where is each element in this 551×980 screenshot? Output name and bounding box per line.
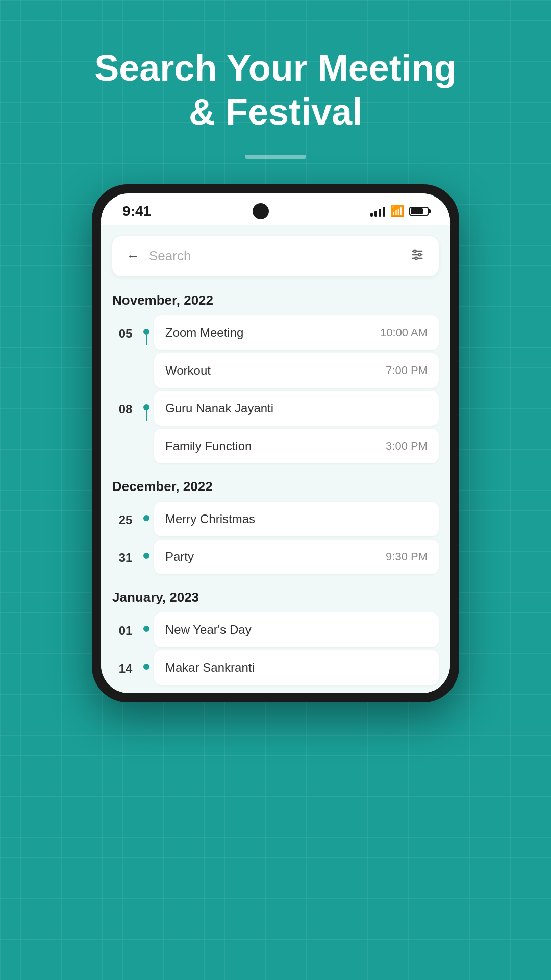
event-card[interactable]: Family Function3:00 PM [154, 429, 439, 463]
timeline-marker [139, 391, 154, 421]
timeline-marker [139, 540, 154, 559]
back-button[interactable]: ← [127, 248, 140, 264]
day-events: New Year's Day [154, 612, 439, 647]
svg-point-4 [418, 253, 421, 256]
day-events: Guru Nanak JayantiFamily Function3:00 PM [154, 391, 439, 463]
battery-icon [409, 207, 429, 216]
day-number: 08 [112, 391, 139, 416]
camera-notch [253, 203, 269, 219]
event-card[interactable]: Party9:30 PM [154, 540, 439, 574]
day-number: 05 [112, 315, 139, 341]
day-number: 14 [112, 650, 139, 676]
month-section: January, 202301New Year's Day14Makar San… [101, 582, 450, 693]
timeline-line [146, 335, 147, 345]
timeline-dot [143, 404, 149, 410]
status-time: 9:41 [122, 203, 151, 219]
svg-point-5 [415, 257, 417, 259]
timeline-line [146, 410, 147, 421]
event-name: Zoom Meeting [165, 326, 243, 340]
event-time: 9:30 PM [386, 550, 428, 564]
event-time: 7:00 PM [386, 364, 428, 377]
event-name: New Year's Day [165, 623, 252, 637]
timeline-marker [139, 315, 154, 345]
event-name: Merry Christmas [165, 512, 255, 526]
day-row: 05Zoom Meeting10:00 AMWorkout7:00 PM [112, 315, 439, 388]
day-row: 25Merry Christmas [112, 502, 439, 536]
day-events: Makar Sankranti [154, 650, 439, 685]
timeline-dot [143, 626, 149, 632]
month-section: December, 202225Merry Christmas31Party9:… [101, 472, 450, 582]
month-label: November, 2022 [112, 285, 439, 315]
event-name: Party [165, 550, 194, 564]
day-row: 08Guru Nanak JayantiFamily Function3:00 … [112, 391, 439, 463]
day-row: 01New Year's Day [112, 612, 439, 647]
event-card[interactable]: Workout7:00 PM [154, 353, 439, 388]
search-bar[interactable]: ← Search [112, 236, 439, 276]
status-bar: 9:41 📶 [101, 193, 450, 225]
timeline-dot [143, 553, 149, 559]
day-events: Zoom Meeting10:00 AMWorkout7:00 PM [154, 315, 439, 388]
timeline-dot [143, 329, 149, 335]
event-time: 3:00 PM [386, 439, 428, 453]
event-name: Workout [165, 363, 211, 378]
timeline-marker [139, 612, 154, 632]
event-card[interactable]: Makar Sankranti [154, 650, 439, 685]
month-section: November, 202205Zoom Meeting10:00 AMWork… [101, 285, 450, 472]
divider [245, 155, 306, 159]
page-background: Search Your Meeting & Festival 9:41 📶 [0, 0, 551, 702]
timeline-dot [143, 664, 149, 670]
month-label: December, 2022 [112, 472, 439, 502]
event-time: 10:00 AM [380, 326, 428, 339]
page-title: Search Your Meeting & Festival [0, 0, 551, 155]
wifi-icon: 📶 [390, 205, 404, 218]
day-events: Merry Christmas [154, 502, 439, 536]
phone-mockup: 9:41 📶 [92, 184, 459, 702]
event-card[interactable]: New Year's Day [154, 612, 439, 647]
day-number: 01 [112, 612, 139, 638]
event-card[interactable]: Guru Nanak Jayanti [154, 391, 439, 426]
timeline-dot [143, 515, 149, 521]
day-events: Party9:30 PM [154, 540, 439, 574]
day-number: 25 [112, 502, 139, 527]
timeline-marker [139, 502, 154, 521]
event-card[interactable]: Merry Christmas [154, 502, 439, 536]
status-icons: 📶 [370, 205, 429, 218]
signal-icon [370, 206, 385, 217]
search-input[interactable]: Search [149, 248, 410, 264]
day-number: 31 [112, 540, 139, 565]
event-name: Guru Nanak Jayanti [165, 401, 273, 415]
day-row: 14Makar Sankranti [112, 650, 439, 685]
event-card[interactable]: Zoom Meeting10:00 AM [154, 315, 439, 350]
svg-point-3 [414, 250, 416, 252]
timeline-marker [139, 650, 154, 670]
filter-icon[interactable] [410, 248, 424, 265]
months-container: November, 202205Zoom Meeting10:00 AMWork… [101, 285, 450, 693]
app-content: ← Search Nov [101, 236, 450, 693]
phone-screen: 9:41 📶 [101, 193, 450, 693]
month-label: January, 2023 [112, 582, 439, 612]
event-name: Family Function [165, 439, 252, 453]
day-row: 31Party9:30 PM [112, 540, 439, 574]
event-name: Makar Sankranti [165, 660, 255, 675]
